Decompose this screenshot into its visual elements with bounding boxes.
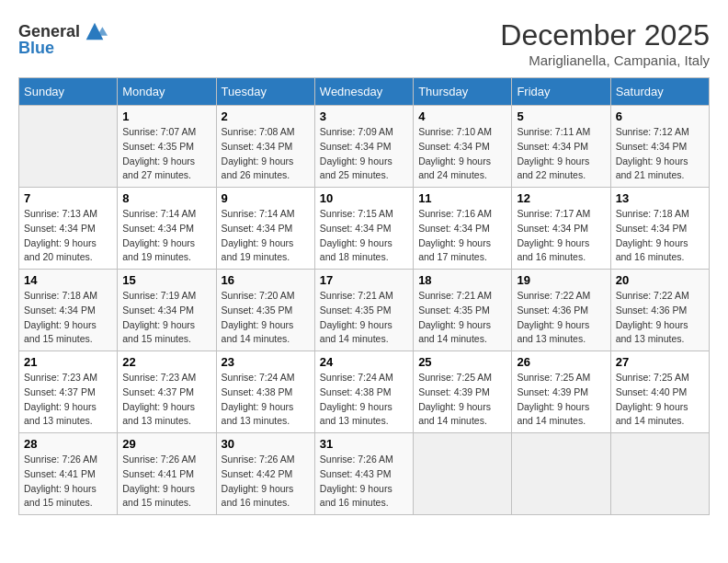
month-title: December 2025	[500, 18, 710, 52]
day-cell: 8Sunrise: 7:14 AMSunset: 4:34 PMDaylight…	[118, 188, 216, 270]
day-info: Sunrise: 7:21 AMSunset: 4:35 PMDaylight:…	[320, 289, 408, 347]
day-number: 17	[320, 273, 408, 287]
day-info: Sunrise: 7:13 AMSunset: 4:34 PMDaylight:…	[24, 207, 112, 265]
day-info: Sunrise: 7:22 AMSunset: 4:36 PMDaylight:…	[616, 289, 704, 347]
logo: General Blue	[18, 18, 108, 58]
col-header-friday: Friday	[512, 78, 610, 106]
day-number: 22	[122, 355, 210, 369]
day-cell: 14Sunrise: 7:18 AMSunset: 4:34 PMDayligh…	[19, 270, 118, 351]
day-info: Sunrise: 7:21 AMSunset: 4:35 PMDaylight:…	[418, 289, 506, 347]
day-info: Sunrise: 7:24 AMSunset: 4:38 PMDaylight:…	[222, 371, 310, 429]
day-number: 10	[320, 191, 408, 205]
day-cell: 4Sunrise: 7:10 AMSunset: 4:34 PMDaylight…	[414, 106, 512, 188]
day-cell: 29Sunrise: 7:26 AMSunset: 4:41 PMDayligh…	[118, 433, 216, 515]
day-info: Sunrise: 7:07 AMSunset: 4:35 PMDaylight:…	[122, 125, 210, 183]
day-number: 26	[517, 355, 605, 369]
day-info: Sunrise: 7:16 AMSunset: 4:34 PMDaylight:…	[418, 207, 506, 265]
day-cell: 10Sunrise: 7:15 AMSunset: 4:34 PMDayligh…	[314, 188, 413, 270]
week-row-4: 21Sunrise: 7:23 AMSunset: 4:37 PMDayligh…	[19, 351, 710, 433]
day-cell: 3Sunrise: 7:09 AMSunset: 4:34 PMDaylight…	[314, 106, 413, 188]
day-number: 27	[616, 355, 704, 369]
day-number: 1	[122, 109, 210, 123]
day-cell: 11Sunrise: 7:16 AMSunset: 4:34 PMDayligh…	[414, 188, 512, 270]
day-cell	[19, 106, 118, 188]
day-info: Sunrise: 7:25 AMSunset: 4:39 PMDaylight:…	[418, 371, 506, 429]
day-info: Sunrise: 7:09 AMSunset: 4:34 PMDaylight:…	[320, 125, 408, 183]
day-cell: 18Sunrise: 7:21 AMSunset: 4:35 PMDayligh…	[414, 270, 512, 351]
day-number: 31	[320, 437, 408, 451]
col-header-tuesday: Tuesday	[216, 78, 314, 106]
calendar-table: SundayMondayTuesdayWednesdayThursdayFrid…	[18, 77, 710, 515]
day-number: 25	[418, 355, 506, 369]
day-info: Sunrise: 7:26 AMSunset: 4:42 PMDaylight:…	[222, 453, 310, 511]
day-number: 4	[418, 109, 506, 123]
day-cell: 24Sunrise: 7:24 AMSunset: 4:38 PMDayligh…	[314, 351, 413, 433]
day-number: 7	[24, 191, 112, 205]
day-number: 23	[222, 355, 310, 369]
day-cell: 5Sunrise: 7:11 AMSunset: 4:34 PMDaylight…	[512, 106, 610, 188]
day-cell: 19Sunrise: 7:22 AMSunset: 4:36 PMDayligh…	[512, 270, 610, 351]
location-title: Mariglianella, Campania, Italy	[500, 52, 710, 68]
day-cell: 15Sunrise: 7:19 AMSunset: 4:34 PMDayligh…	[118, 270, 216, 351]
day-cell: 13Sunrise: 7:18 AMSunset: 4:34 PMDayligh…	[610, 188, 709, 270]
col-header-wednesday: Wednesday	[314, 78, 413, 106]
day-cell: 28Sunrise: 7:26 AMSunset: 4:41 PMDayligh…	[19, 433, 118, 515]
logo-icon	[82, 18, 108, 44]
day-info: Sunrise: 7:24 AMSunset: 4:38 PMDaylight:…	[320, 371, 408, 429]
day-cell	[512, 433, 610, 515]
week-row-3: 14Sunrise: 7:18 AMSunset: 4:34 PMDayligh…	[19, 270, 710, 351]
day-number: 16	[222, 273, 310, 287]
day-number: 3	[320, 109, 408, 123]
day-cell: 6Sunrise: 7:12 AMSunset: 4:34 PMDaylight…	[610, 106, 709, 188]
day-info: Sunrise: 7:26 AMSunset: 4:41 PMDaylight:…	[24, 453, 112, 511]
day-number: 13	[616, 191, 704, 205]
day-info: Sunrise: 7:12 AMSunset: 4:34 PMDaylight:…	[616, 125, 704, 183]
page-header: General Blue December 2025 Mariglianella…	[18, 18, 710, 68]
day-cell: 9Sunrise: 7:14 AMSunset: 4:34 PMDaylight…	[216, 188, 314, 270]
day-info: Sunrise: 7:14 AMSunset: 4:34 PMDaylight:…	[122, 207, 210, 265]
col-header-sunday: Sunday	[19, 78, 118, 106]
day-info: Sunrise: 7:22 AMSunset: 4:36 PMDaylight:…	[517, 289, 605, 347]
day-info: Sunrise: 7:25 AMSunset: 4:39 PMDaylight:…	[517, 371, 605, 429]
day-info: Sunrise: 7:18 AMSunset: 4:34 PMDaylight:…	[24, 289, 112, 347]
day-number: 8	[122, 191, 210, 205]
col-header-saturday: Saturday	[610, 78, 709, 106]
day-cell: 25Sunrise: 7:25 AMSunset: 4:39 PMDayligh…	[414, 351, 512, 433]
day-number: 12	[517, 191, 605, 205]
day-cell: 27Sunrise: 7:25 AMSunset: 4:40 PMDayligh…	[610, 351, 709, 433]
day-info: Sunrise: 7:26 AMSunset: 4:43 PMDaylight:…	[320, 453, 408, 511]
day-cell: 2Sunrise: 7:08 AMSunset: 4:34 PMDaylight…	[216, 106, 314, 188]
day-info: Sunrise: 7:25 AMSunset: 4:40 PMDaylight:…	[616, 371, 704, 429]
day-info: Sunrise: 7:15 AMSunset: 4:34 PMDaylight:…	[320, 207, 408, 265]
day-info: Sunrise: 7:20 AMSunset: 4:35 PMDaylight:…	[222, 289, 310, 347]
day-number: 2	[222, 109, 310, 123]
day-cell: 17Sunrise: 7:21 AMSunset: 4:35 PMDayligh…	[314, 270, 413, 351]
day-cell: 31Sunrise: 7:26 AMSunset: 4:43 PMDayligh…	[314, 433, 413, 515]
day-number: 11	[418, 191, 506, 205]
col-header-thursday: Thursday	[414, 78, 512, 106]
week-row-5: 28Sunrise: 7:26 AMSunset: 4:41 PMDayligh…	[19, 433, 710, 515]
day-number: 5	[517, 109, 605, 123]
day-cell: 22Sunrise: 7:23 AMSunset: 4:37 PMDayligh…	[118, 351, 216, 433]
day-info: Sunrise: 7:19 AMSunset: 4:34 PMDaylight:…	[122, 289, 210, 347]
day-info: Sunrise: 7:08 AMSunset: 4:34 PMDaylight:…	[222, 125, 310, 183]
day-number: 21	[24, 355, 112, 369]
day-cell: 16Sunrise: 7:20 AMSunset: 4:35 PMDayligh…	[216, 270, 314, 351]
day-info: Sunrise: 7:23 AMSunset: 4:37 PMDaylight:…	[24, 371, 112, 429]
calendar-header-row: SundayMondayTuesdayWednesdayThursdayFrid…	[19, 78, 710, 106]
day-cell: 23Sunrise: 7:24 AMSunset: 4:38 PMDayligh…	[216, 351, 314, 433]
title-block: December 2025 Mariglianella, Campania, I…	[500, 18, 710, 68]
day-info: Sunrise: 7:18 AMSunset: 4:34 PMDaylight:…	[616, 207, 704, 265]
day-number: 28	[24, 437, 112, 451]
day-number: 15	[122, 273, 210, 287]
day-number: 6	[616, 109, 704, 123]
day-info: Sunrise: 7:17 AMSunset: 4:34 PMDaylight:…	[517, 207, 605, 265]
day-number: 9	[222, 191, 310, 205]
day-cell: 12Sunrise: 7:17 AMSunset: 4:34 PMDayligh…	[512, 188, 610, 270]
day-info: Sunrise: 7:10 AMSunset: 4:34 PMDaylight:…	[418, 125, 506, 183]
day-info: Sunrise: 7:11 AMSunset: 4:34 PMDaylight:…	[517, 125, 605, 183]
day-number: 20	[616, 273, 704, 287]
day-cell: 21Sunrise: 7:23 AMSunset: 4:37 PMDayligh…	[19, 351, 118, 433]
day-cell: 20Sunrise: 7:22 AMSunset: 4:36 PMDayligh…	[610, 270, 709, 351]
day-number: 29	[122, 437, 210, 451]
